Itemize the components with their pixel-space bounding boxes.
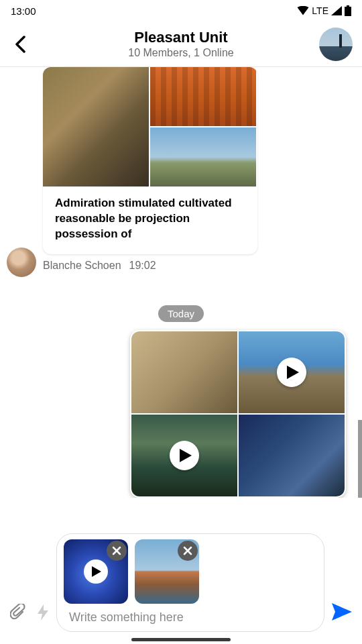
sender-name: Blanche Schoen: [43, 260, 121, 272]
composer-bubble: [56, 533, 324, 632]
message-image[interactable]: [150, 67, 256, 126]
network-label: LTE: [312, 5, 328, 16]
chevron-left-icon: [15, 36, 25, 53]
svg-rect-1: [347, 5, 349, 7]
chat-header: Pleasant Unit 10 Members, 1 Online: [0, 21, 362, 67]
home-indicator[interactable]: [131, 638, 231, 641]
message-video[interactable]: [239, 331, 345, 413]
attach-button[interactable]: [7, 601, 29, 624]
message-video[interactable]: [131, 415, 237, 496]
chat-subtitle: 10 Members, 1 Online: [128, 47, 233, 59]
close-icon: [112, 546, 121, 555]
attachment-previews: [62, 539, 318, 604]
message-time: 19:02: [129, 260, 156, 272]
paperclip-icon: [10, 604, 26, 621]
message-text: Admiration stimulated cultivated reasona…: [43, 186, 257, 254]
outgoing-message[interactable]: 18:32: [130, 330, 346, 498]
message-image[interactable]: [150, 127, 256, 186]
close-icon: [183, 546, 192, 555]
message-image-grid[interactable]: [43, 67, 257, 186]
message-image[interactable]: [43, 67, 149, 186]
attachment-preview[interactable]: [64, 539, 128, 604]
group-avatar[interactable]: [319, 28, 353, 61]
composer: [0, 533, 362, 632]
incoming-message[interactable]: Admiration stimulated cultivated reasona…: [43, 67, 257, 254]
date-chip: Today: [158, 305, 204, 322]
play-icon: [84, 559, 108, 584]
date-separator: Today: [0, 305, 362, 322]
header-titles[interactable]: Pleasant Unit 10 Members, 1 Online: [128, 29, 233, 59]
battery-icon: [345, 5, 351, 16]
message-image[interactable]: [239, 415, 345, 496]
sender-avatar[interactable]: [7, 248, 36, 277]
play-icon: [170, 441, 199, 470]
play-icon: [277, 358, 306, 387]
svg-rect-0: [345, 7, 351, 16]
chat-title: Pleasant Unit: [128, 29, 233, 46]
status-indicators: LTE: [297, 5, 351, 16]
message-image[interactable]: [131, 331, 237, 413]
send-button[interactable]: [328, 598, 355, 625]
status-bar: 13:00 LTE: [0, 0, 362, 21]
remove-attachment-button[interactable]: [178, 541, 198, 561]
message-list[interactable]: Admiration stimulated cultivated reasona…: [0, 67, 362, 498]
signal-icon: [331, 6, 342, 15]
remove-attachment-button[interactable]: [107, 541, 127, 561]
quick-action-button[interactable]: [34, 601, 52, 624]
back-button[interactable]: [7, 31, 34, 58]
wifi-icon: [297, 6, 309, 15]
lightning-icon: [38, 604, 48, 621]
attachment-preview[interactable]: [135, 539, 199, 604]
send-icon: [332, 603, 352, 621]
message-input[interactable]: [62, 604, 318, 629]
scrollbar[interactable]: [358, 420, 362, 498]
status-time: 13:00: [11, 5, 36, 17]
